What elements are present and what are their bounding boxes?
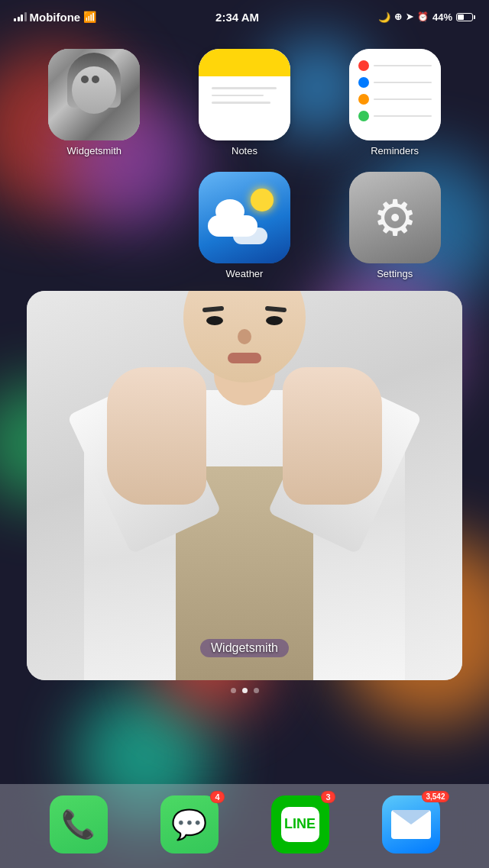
widgetsmith-widget[interactable]: Widgetsmith: [27, 291, 462, 680]
reminders-label: Reminders: [371, 145, 419, 156]
moon-icon: 🌙: [378, 11, 390, 23]
location-icon: ➤: [406, 11, 413, 22]
page-dot-2[interactable]: [242, 688, 248, 693]
page-dots: [0, 688, 489, 693]
app-weather[interactable]: Weather: [177, 172, 313, 279]
compass-icon: ⊕: [394, 11, 402, 22]
time-display: 2:34 AM: [215, 11, 259, 24]
app-reminders[interactable]: Reminders: [327, 49, 462, 156]
signal-bars: [14, 12, 27, 21]
settings-label: Settings: [377, 268, 413, 279]
weather-label: Weather: [226, 268, 264, 279]
battery-icon: [456, 13, 475, 21]
page-dot-1[interactable]: [231, 688, 236, 693]
app-widgetsmith[interactable]: Widgetsmith: [27, 49, 162, 156]
widget-photo: [27, 291, 462, 680]
alarm-icon: ⏰: [417, 11, 429, 22]
app-notes[interactable]: Notes: [177, 49, 313, 156]
widgetsmith-label: Widgetsmith: [67, 145, 122, 156]
status-bar: Mobifone 📶 2:34 AM 🌙 ⊕ ➤ ⏰ 44%: [0, 0, 489, 34]
app-settings[interactable]: ⚙ Settings: [327, 172, 462, 279]
app-grid: Widgetsmith Notes: [0, 37, 489, 287]
home-screen: Widgetsmith Notes: [0, 34, 489, 868]
widget-label: Widgetsmith: [200, 639, 289, 657]
status-left: Mobifone 📶: [14, 11, 96, 24]
app-placeholder: [27, 172, 162, 279]
carrier-label: Mobifone: [30, 11, 81, 24]
status-right: 🌙 ⊕ ➤ ⏰ 44%: [378, 11, 475, 23]
gear-icon: ⚙: [373, 193, 417, 243]
notes-label: Notes: [232, 145, 257, 156]
wifi-icon: 📶: [83, 11, 96, 23]
page-dot-3[interactable]: [254, 688, 259, 693]
battery-label: 44%: [432, 11, 452, 23]
